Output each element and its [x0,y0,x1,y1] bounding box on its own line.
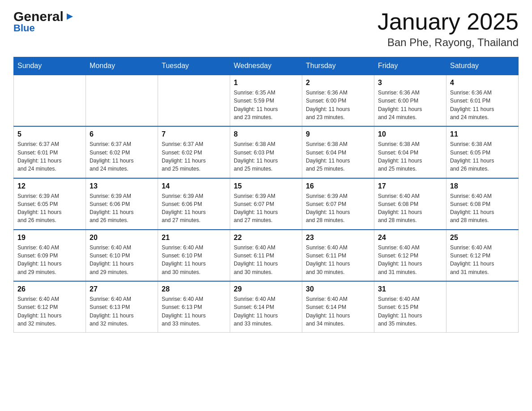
day-info: Sunrise: 6:36 AM Sunset: 6:00 PM Dayligh… [378,89,442,121]
weekday-header-row: SundayMondayTuesdayWednesdayThursdayFrid… [14,57,519,75]
day-info: Sunrise: 6:37 AM Sunset: 6:02 PM Dayligh… [162,140,226,173]
calendar-cell: 13Sunrise: 6:39 AM Sunset: 6:06 PM Dayli… [86,178,158,230]
day-number: 8 [234,130,298,138]
day-number: 15 [234,182,298,190]
logo-blue-text: Blue [13,22,35,34]
location-title: Ban Phe, Rayong, Thailand [378,36,519,49]
week-row-5: 26Sunrise: 6:40 AM Sunset: 6:12 PM Dayli… [14,281,519,333]
day-info: Sunrise: 6:40 AM Sunset: 6:10 PM Dayligh… [162,244,226,276]
day-number: 1 [234,79,298,87]
day-number: 9 [306,130,370,138]
calendar-cell: 8Sunrise: 6:38 AM Sunset: 6:03 PM Daylig… [230,126,302,178]
day-number: 28 [162,285,226,293]
day-info: Sunrise: 6:40 AM Sunset: 6:13 PM Dayligh… [90,295,154,328]
day-info: Sunrise: 6:36 AM Sunset: 6:01 PM Dayligh… [450,89,515,121]
calendar-cell: 17Sunrise: 6:40 AM Sunset: 6:08 PM Dayli… [374,178,446,230]
day-number: 14 [162,182,226,190]
logo-arrow-icon [65,12,75,21]
calendar-cell: 2Sunrise: 6:36 AM Sunset: 6:00 PM Daylig… [302,75,374,126]
calendar-cell: 9Sunrise: 6:38 AM Sunset: 6:04 PM Daylig… [302,126,374,178]
day-info: Sunrise: 6:40 AM Sunset: 6:12 PM Dayligh… [450,244,515,276]
day-number: 18 [450,182,515,190]
day-number: 30 [306,285,370,293]
day-number: 21 [162,234,226,242]
calendar-table: SundayMondayTuesdayWednesdayThursdayFrid… [13,57,519,333]
calendar-cell: 3Sunrise: 6:36 AM Sunset: 6:00 PM Daylig… [374,75,446,126]
day-number: 2 [306,79,370,87]
calendar-cell: 24Sunrise: 6:40 AM Sunset: 6:12 PM Dayli… [374,230,446,281]
day-number: 12 [17,182,82,190]
day-info: Sunrise: 6:38 AM Sunset: 6:04 PM Dayligh… [306,140,370,173]
logo: General Blue [13,9,75,34]
calendar-cell: 26Sunrise: 6:40 AM Sunset: 6:12 PM Dayli… [14,281,86,333]
calendar-cell: 20Sunrise: 6:40 AM Sunset: 6:10 PM Dayli… [86,230,158,281]
calendar-cell: 10Sunrise: 6:38 AM Sunset: 6:04 PM Dayli… [374,126,446,178]
day-number: 22 [234,234,298,242]
day-info: Sunrise: 6:40 AM Sunset: 6:09 PM Dayligh… [17,244,82,276]
day-info: Sunrise: 6:40 AM Sunset: 6:11 PM Dayligh… [234,244,298,276]
day-number: 27 [90,285,154,293]
weekday-header-tuesday: Tuesday [158,57,230,75]
day-info: Sunrise: 6:40 AM Sunset: 6:10 PM Dayligh… [90,244,154,276]
calendar-cell [446,281,519,333]
weekday-header-saturday: Saturday [446,57,519,75]
day-number: 6 [90,130,154,138]
calendar-cell: 11Sunrise: 6:38 AM Sunset: 6:05 PM Dayli… [446,126,519,178]
header: General Blue January 2025 Ban Phe, Rayon… [13,9,519,49]
weekday-header-sunday: Sunday [14,57,86,75]
calendar-cell: 25Sunrise: 6:40 AM Sunset: 6:12 PM Dayli… [446,230,519,281]
day-info: Sunrise: 6:39 AM Sunset: 6:06 PM Dayligh… [162,192,226,225]
day-info: Sunrise: 6:38 AM Sunset: 6:03 PM Dayligh… [234,140,298,173]
day-info: Sunrise: 6:40 AM Sunset: 6:08 PM Dayligh… [450,192,515,225]
day-number: 4 [450,79,515,87]
calendar-cell: 6Sunrise: 6:37 AM Sunset: 6:02 PM Daylig… [86,126,158,178]
calendar-cell [158,75,230,126]
calendar-cell: 31Sunrise: 6:40 AM Sunset: 6:15 PM Dayli… [374,281,446,333]
weekday-header-friday: Friday [374,57,446,75]
svg-marker-0 [67,13,73,20]
calendar-cell: 7Sunrise: 6:37 AM Sunset: 6:02 PM Daylig… [158,126,230,178]
calendar-cell: 12Sunrise: 6:39 AM Sunset: 6:05 PM Dayli… [14,178,86,230]
day-info: Sunrise: 6:40 AM Sunset: 6:08 PM Dayligh… [378,192,442,225]
day-info: Sunrise: 6:40 AM Sunset: 6:12 PM Dayligh… [17,295,82,328]
day-number: 19 [17,234,82,242]
day-info: Sunrise: 6:39 AM Sunset: 6:06 PM Dayligh… [90,192,154,225]
week-row-2: 5Sunrise: 6:37 AM Sunset: 6:01 PM Daylig… [14,126,519,178]
week-row-3: 12Sunrise: 6:39 AM Sunset: 6:05 PM Dayli… [14,178,519,230]
day-info: Sunrise: 6:38 AM Sunset: 6:04 PM Dayligh… [378,140,442,173]
calendar-cell: 28Sunrise: 6:40 AM Sunset: 6:13 PM Dayli… [158,281,230,333]
day-info: Sunrise: 6:37 AM Sunset: 6:02 PM Dayligh… [90,140,154,173]
calendar-cell: 27Sunrise: 6:40 AM Sunset: 6:13 PM Dayli… [86,281,158,333]
day-number: 5 [17,130,82,138]
calendar-cell: 15Sunrise: 6:39 AM Sunset: 6:07 PM Dayli… [230,178,302,230]
day-number: 10 [378,130,442,138]
day-info: Sunrise: 6:40 AM Sunset: 6:14 PM Dayligh… [306,295,370,328]
title-area: January 2025 Ban Phe, Rayong, Thailand [378,9,519,49]
calendar-cell: 4Sunrise: 6:36 AM Sunset: 6:01 PM Daylig… [446,75,519,126]
day-number: 24 [378,234,442,242]
calendar-cell: 30Sunrise: 6:40 AM Sunset: 6:14 PM Dayli… [302,281,374,333]
day-info: Sunrise: 6:39 AM Sunset: 6:05 PM Dayligh… [17,192,82,225]
month-title: January 2025 [378,9,519,34]
calendar-cell: 16Sunrise: 6:39 AM Sunset: 6:07 PM Dayli… [302,178,374,230]
day-number: 23 [306,234,370,242]
day-number: 16 [306,182,370,190]
day-info: Sunrise: 6:40 AM Sunset: 6:13 PM Dayligh… [162,295,226,328]
calendar-cell [14,75,86,126]
calendar-cell: 18Sunrise: 6:40 AM Sunset: 6:08 PM Dayli… [446,178,519,230]
day-info: Sunrise: 6:37 AM Sunset: 6:01 PM Dayligh… [17,140,82,173]
week-row-1: 1Sunrise: 6:35 AM Sunset: 5:59 PM Daylig… [14,75,519,126]
day-number: 17 [378,182,442,190]
day-info: Sunrise: 6:39 AM Sunset: 6:07 PM Dayligh… [306,192,370,225]
calendar-cell: 5Sunrise: 6:37 AM Sunset: 6:01 PM Daylig… [14,126,86,178]
day-number: 25 [450,234,515,242]
day-info: Sunrise: 6:35 AM Sunset: 5:59 PM Dayligh… [234,89,298,121]
day-number: 20 [90,234,154,242]
day-info: Sunrise: 6:39 AM Sunset: 6:07 PM Dayligh… [234,192,298,225]
day-info: Sunrise: 6:36 AM Sunset: 6:00 PM Dayligh… [306,89,370,121]
day-info: Sunrise: 6:40 AM Sunset: 6:15 PM Dayligh… [378,295,442,328]
week-row-4: 19Sunrise: 6:40 AM Sunset: 6:09 PM Dayli… [14,230,519,281]
day-info: Sunrise: 6:38 AM Sunset: 6:05 PM Dayligh… [450,140,515,173]
day-number: 29 [234,285,298,293]
calendar-cell: 29Sunrise: 6:40 AM Sunset: 6:14 PM Dayli… [230,281,302,333]
